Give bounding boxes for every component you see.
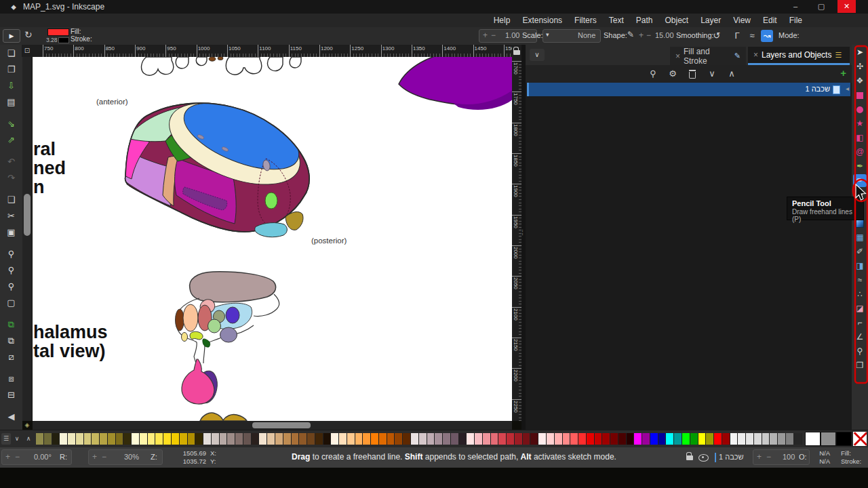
menu-edit[interactable]: Edit bbox=[757, 14, 783, 27]
palette-swatch[interactable] bbox=[627, 433, 635, 445]
tweak-tool[interactable]: ≈ bbox=[853, 274, 867, 287]
maximize-button[interactable]: ▢ bbox=[811, 0, 831, 13]
save-icon[interactable]: ⇩ bbox=[0, 79, 22, 94]
rotation-plus-button[interactable]: + bbox=[5, 452, 10, 462]
zoom-drawing-icon[interactable]: ⚲ bbox=[0, 263, 22, 278]
palette-swatch[interactable] bbox=[323, 433, 332, 445]
palette-swatch-large[interactable] bbox=[821, 432, 836, 446]
current-fill-swatch[interactable] bbox=[47, 28, 69, 36]
pencil-tool[interactable]: ✏ bbox=[853, 174, 867, 187]
palette-swatch[interactable] bbox=[794, 433, 802, 445]
polyline-mode-icon[interactable]: Γ bbox=[731, 30, 743, 42]
spray-tool[interactable]: ∴ bbox=[853, 288, 867, 301]
horizontal-scrollbar[interactable] bbox=[33, 421, 512, 430]
palette-swatch[interactable] bbox=[443, 433, 451, 445]
palette-swatch[interactable] bbox=[563, 433, 571, 445]
pen-tool[interactable]: ✒ bbox=[853, 160, 867, 173]
palette-swatch[interactable] bbox=[108, 433, 116, 445]
rotation-minus-button[interactable]: − bbox=[15, 452, 20, 462]
palette-swatch[interactable] bbox=[483, 433, 491, 445]
unlock-icon[interactable] bbox=[686, 455, 693, 460]
palette-swatch[interactable] bbox=[243, 433, 252, 445]
palette-swatch[interactable] bbox=[714, 433, 722, 445]
snap-controls-icon[interactable]: ↻ bbox=[24, 29, 33, 40]
palette-swatch[interactable] bbox=[331, 433, 339, 445]
smoothing-minus-button[interactable]: − bbox=[646, 30, 651, 40]
tab-fill-and-stroke[interactable]: × Fill and Stroke ✎ bbox=[670, 47, 746, 65]
palette-swatch[interactable] bbox=[706, 433, 714, 445]
bottom-clipped-shape[interactable] bbox=[200, 413, 247, 421]
menu-view[interactable]: View bbox=[727, 14, 757, 27]
pages-tool[interactable]: ❐ bbox=[853, 359, 867, 372]
divider-handle-icon[interactable]: ⁞ bbox=[521, 229, 524, 237]
clone-icon[interactable]: ⧉ bbox=[0, 333, 22, 348]
add-layer-button[interactable]: + bbox=[840, 67, 846, 79]
palette-swatch[interactable] bbox=[267, 433, 275, 445]
ruler-horizontal[interactable]: 7508008509009501000105011001150120012501… bbox=[33, 45, 512, 57]
palette-swatch[interactable] bbox=[203, 433, 212, 445]
palette-swatch[interactable] bbox=[419, 433, 427, 445]
current-stroke-swatch[interactable] bbox=[58, 37, 69, 43]
palette-swatch[interactable] bbox=[292, 433, 300, 445]
export-icon[interactable]: ⇗ bbox=[0, 133, 22, 148]
tab-layers-and-objects[interactable]: × Layers and Objects ☰ bbox=[748, 47, 850, 65]
palette-swatch[interactable] bbox=[730, 433, 738, 445]
palette-swatch[interactable] bbox=[515, 433, 523, 445]
zoom-selection-icon[interactable]: ⚲ bbox=[0, 247, 22, 262]
palette-swatch[interactable] bbox=[60, 433, 68, 445]
bezier-mode-icon[interactable]: ↝ bbox=[761, 30, 773, 42]
zoom-value[interactable]: 30% bbox=[124, 453, 139, 461]
zoom-minus-button[interactable]: − bbox=[102, 452, 106, 462]
commands-bar-expand-button[interactable]: ▶ bbox=[3, 29, 20, 43]
open-document-icon[interactable]: ❐ bbox=[0, 62, 22, 77]
display-mode-icon[interactable]: ▢ bbox=[0, 296, 22, 310]
rotation-value[interactable]: 0.00° bbox=[34, 453, 52, 461]
palette-swatch[interactable] bbox=[427, 433, 435, 445]
box3d-tool[interactable]: ◧ bbox=[853, 131, 867, 144]
copy-icon[interactable]: ❑ bbox=[0, 192, 22, 207]
palette-swatch[interactable] bbox=[148, 433, 156, 445]
palette-swatch[interactable] bbox=[746, 433, 754, 445]
palette-swatch[interactable] bbox=[642, 433, 650, 445]
thalamus-3d-drawing[interactable] bbox=[121, 86, 311, 237]
palette-swatch[interactable] bbox=[220, 433, 228, 445]
palette-swatch[interactable] bbox=[339, 433, 347, 445]
palette-swatch[interactable] bbox=[132, 433, 140, 445]
palette-swatch[interactable] bbox=[435, 433, 443, 445]
palette-swatch[interactable] bbox=[172, 433, 180, 445]
new-document-icon[interactable]: ❏ bbox=[0, 46, 22, 61]
unlink-clone-icon[interactable]: ⧄ bbox=[0, 350, 22, 365]
palette-swatch[interactable] bbox=[738, 433, 746, 445]
vertical-scrollbar[interactable] bbox=[22, 57, 32, 421]
palette-swatch[interactable] bbox=[275, 433, 283, 445]
palette-swatch[interactable] bbox=[578, 433, 587, 445]
raise-layer-icon[interactable]: ∧ bbox=[725, 67, 738, 81]
selector-tool[interactable]: ➤ bbox=[853, 46, 867, 59]
palette-swatch[interactable] bbox=[355, 433, 363, 445]
palette-swatch[interactable] bbox=[491, 433, 499, 445]
palette-swatch[interactable] bbox=[451, 433, 459, 445]
dock-collapse-button[interactable]: ∨ bbox=[530, 49, 545, 61]
palette-swatch[interactable] bbox=[602, 433, 610, 445]
palette-swatch[interactable] bbox=[530, 433, 538, 445]
cortex-outline-drawing[interactable] bbox=[142, 57, 301, 75]
hypothalamus-sagittal-drawing[interactable] bbox=[176, 272, 279, 405]
palette-swatch[interactable] bbox=[786, 433, 794, 445]
palette-swatch[interactable] bbox=[227, 433, 235, 445]
duplicate-icon[interactable]: ⧉ bbox=[0, 317, 22, 332]
palette-swatch[interactable] bbox=[666, 433, 674, 445]
palette-swatch[interactable] bbox=[36, 433, 44, 445]
palette-swatch[interactable] bbox=[507, 433, 515, 445]
palette-swatch[interactable] bbox=[387, 433, 395, 445]
smoothing-plus-button[interactable]: + bbox=[639, 30, 644, 40]
palette-swatch[interactable] bbox=[140, 433, 148, 445]
close-icon[interactable]: × bbox=[753, 50, 758, 60]
palette-swatch[interactable] bbox=[307, 433, 315, 445]
menu-layer[interactable]: Layer bbox=[694, 14, 727, 27]
zoom-plus-button[interactable]: + bbox=[92, 452, 97, 462]
palette-swatch[interactable] bbox=[299, 433, 307, 445]
palette-swatch[interactable] bbox=[116, 433, 124, 445]
menu-help[interactable]: Help bbox=[488, 14, 517, 27]
palette-swatch[interactable] bbox=[379, 433, 387, 445]
opacity-value[interactable]: 100 bbox=[783, 453, 795, 461]
